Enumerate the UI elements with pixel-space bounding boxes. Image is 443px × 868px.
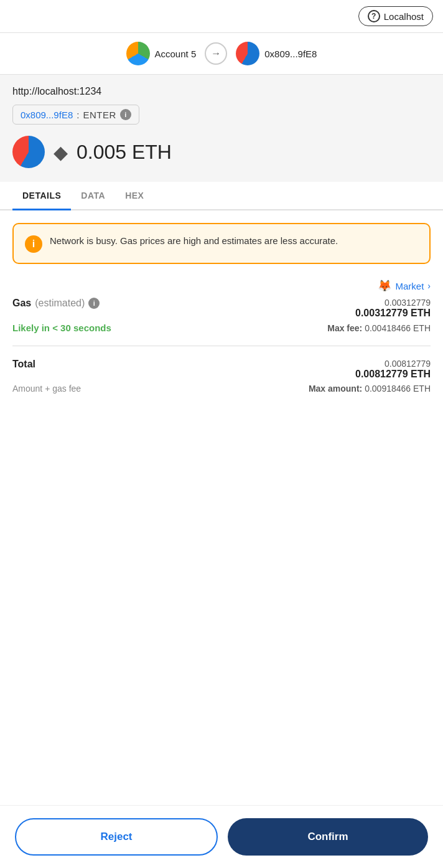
- total-value-small: 0.00812779: [355, 359, 431, 369]
- eth-diamond-icon: ◆: [54, 141, 68, 163]
- gray-section: http://localhost:1234 0x809...9fE8 : ENT…: [0, 75, 443, 182]
- market-label[interactable]: Market: [395, 281, 424, 291]
- gas-estimated: (estimated): [35, 298, 85, 309]
- warning-box: i Network is busy. Gas prices are high a…: [12, 223, 431, 264]
- amount-text: 0.005 ETH: [77, 141, 172, 164]
- address-tag: 0x809...9fE8 : ENTER i: [12, 105, 139, 125]
- total-value-bold: 0.00812779 ETH: [355, 369, 431, 380]
- divider: [12, 346, 431, 346]
- gas-sub-row: Likely in < 30 seconds Max fee: 0.004184…: [12, 323, 431, 333]
- gas-values: 0.00312779 0.00312779 ETH: [355, 298, 431, 319]
- gas-label: Gas (estimated) i: [12, 298, 100, 309]
- warning-icon: i: [25, 235, 42, 253]
- from-account-name: Account 5: [155, 49, 197, 59]
- total-sub-row: Amount + gas fee Max amount: 0.00918466 …: [12, 384, 431, 394]
- total-label: Total: [12, 359, 35, 370]
- eth-avatar: [12, 136, 45, 168]
- total-sub-label: Amount + gas fee: [12, 384, 81, 394]
- arrow-icon: →: [205, 42, 227, 65]
- to-account-address: 0x809...9fE8: [264, 49, 317, 59]
- market-row[interactable]: 🦊 Market ›: [12, 279, 431, 293]
- warning-text: Network is busy. Gas prices are high and…: [50, 234, 338, 248]
- localhost-label: Localhost: [384, 11, 424, 22]
- amount-row: ◆ 0.005 ETH: [12, 136, 431, 168]
- max-fee-text: Max fee: 0.00418466 ETH: [327, 323, 431, 333]
- info-icon[interactable]: i: [120, 109, 131, 120]
- total-section: Total 0.00812779 0.00812779 ETH Amount +…: [12, 359, 431, 394]
- top-bar: ? Localhost: [0, 0, 443, 33]
- fox-icon: 🦊: [378, 279, 391, 293]
- tab-data[interactable]: DATA: [71, 182, 115, 209]
- to-account: 0x809...9fE8: [236, 42, 317, 65]
- address-value: 0x809...9fE8: [21, 110, 73, 120]
- localhost-badge[interactable]: ? Localhost: [358, 6, 433, 26]
- total-row: Total 0.00812779 0.00812779 ETH: [12, 359, 431, 380]
- gas-value-small: 0.00312779: [355, 298, 431, 308]
- reject-button[interactable]: Reject: [15, 818, 218, 856]
- enter-label: ENTER: [83, 110, 116, 120]
- tabs-bar: DETAILS DATA HEX: [0, 182, 443, 210]
- tab-hex[interactable]: HEX: [115, 182, 154, 209]
- gas-section: Gas (estimated) i 0.00312779 0.00312779 …: [12, 298, 431, 333]
- bottom-buttons: Reject Confirm: [0, 805, 443, 868]
- url-text: http://localhost:1234: [12, 86, 431, 97]
- gas-value-bold: 0.00312779 ETH: [355, 308, 431, 319]
- max-amount-text: Max amount: 0.00918466 ETH: [309, 384, 431, 394]
- gas-info-icon[interactable]: i: [88, 298, 100, 309]
- total-values: 0.00812779 0.00812779 ETH: [355, 359, 431, 380]
- help-icon[interactable]: ?: [368, 10, 380, 22]
- from-avatar: [126, 42, 150, 65]
- account-row: Account 5 → 0x809...9fE8: [0, 33, 443, 75]
- from-account: Account 5: [126, 42, 197, 65]
- content-area: i Network is busy. Gas prices are high a…: [0, 210, 443, 481]
- gas-row: Gas (estimated) i 0.00312779 0.00312779 …: [12, 298, 431, 319]
- to-avatar: [236, 42, 259, 65]
- chevron-right-icon: ›: [427, 281, 431, 291]
- likely-text: Likely in < 30 seconds: [12, 323, 111, 333]
- confirm-button[interactable]: Confirm: [228, 818, 428, 856]
- tab-details[interactable]: DETAILS: [12, 182, 71, 209]
